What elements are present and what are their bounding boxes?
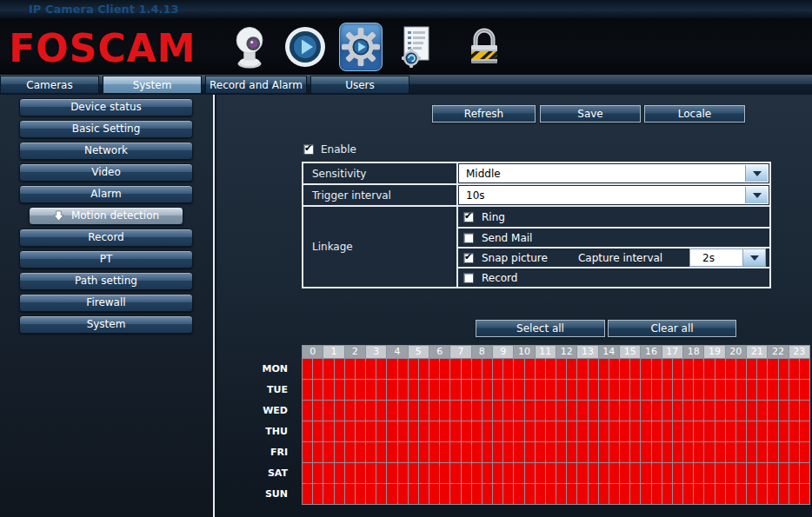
schedule-cell[interactable] xyxy=(313,359,323,379)
schedule-cell[interactable] xyxy=(726,359,735,379)
schedule-cell[interactable] xyxy=(620,359,629,379)
hour-header-22[interactable]: 22 xyxy=(768,346,788,358)
schedule-cell[interactable] xyxy=(514,359,523,379)
schedule-cell[interactable] xyxy=(450,463,460,483)
schedule-cell[interactable] xyxy=(472,359,482,379)
schedule-cell[interactable] xyxy=(704,401,714,421)
hour-header-11[interactable]: 11 xyxy=(536,346,556,358)
schedule-cell[interactable] xyxy=(536,463,545,483)
schedule-cell[interactable] xyxy=(620,380,629,400)
schedule-cell[interactable] xyxy=(303,359,312,379)
schedule-cell[interactable] xyxy=(800,463,809,483)
hour-header-20[interactable]: 20 xyxy=(726,346,746,358)
schedule-cell[interactable] xyxy=(356,380,365,400)
schedule-cell[interactable] xyxy=(662,359,672,379)
hour-header-17[interactable]: 17 xyxy=(662,346,682,358)
schedule-cell[interactable] xyxy=(366,380,376,400)
schedule-cell[interactable] xyxy=(641,484,650,504)
schedule-cell[interactable] xyxy=(472,484,482,504)
schedule-cell[interactable] xyxy=(462,401,471,421)
schedule-cell[interactable] xyxy=(589,421,598,441)
sidebar-item-firewall[interactable]: Firewall xyxy=(19,294,193,312)
schedule-cell[interactable] xyxy=(747,401,756,421)
schedule-cell[interactable] xyxy=(356,421,365,441)
schedule-cell[interactable] xyxy=(440,442,449,462)
schedule-cell[interactable] xyxy=(567,442,576,462)
schedule-cell[interactable] xyxy=(376,484,386,504)
schedule-cell[interactable] xyxy=(419,463,429,483)
schedule-cell[interactable] xyxy=(567,463,576,483)
schedule-cell[interactable] xyxy=(450,421,460,441)
schedule-cell[interactable] xyxy=(789,442,799,462)
schedule-cell[interactable] xyxy=(335,421,344,441)
schedule-cell[interactable] xyxy=(387,484,396,504)
schedule-cell[interactable] xyxy=(694,484,703,504)
schedule-cell[interactable] xyxy=(757,463,767,483)
schedule-cell[interactable] xyxy=(662,442,672,462)
schedule-cell[interactable] xyxy=(599,484,609,504)
schedule-cell[interactable] xyxy=(652,484,662,504)
schedule-cell[interactable] xyxy=(652,442,662,462)
schedule-cell[interactable] xyxy=(335,359,344,379)
schedule-cell[interactable] xyxy=(567,380,576,400)
schedule-cell[interactable] xyxy=(800,359,809,379)
schedule-cell[interactable] xyxy=(376,359,386,379)
schedule-cell[interactable] xyxy=(536,359,545,379)
schedule-cell[interactable] xyxy=(419,442,429,462)
schedule-cell[interactable] xyxy=(747,484,756,504)
schedule-cell[interactable] xyxy=(715,359,725,379)
schedule-cell[interactable] xyxy=(398,401,408,421)
schedule-cell[interactable] xyxy=(335,401,344,421)
schedule-cell[interactable] xyxy=(641,401,650,421)
schedule-cell[interactable] xyxy=(683,380,693,400)
schedule-cell[interactable] xyxy=(747,380,756,400)
schedule-cell[interactable] xyxy=(556,380,566,400)
schedule-cell[interactable] xyxy=(483,442,492,462)
hour-header-2[interactable]: 2 xyxy=(345,346,365,358)
schedule-cell[interactable] xyxy=(630,442,640,462)
schedule-cell[interactable] xyxy=(704,463,714,483)
schedule-cell[interactable] xyxy=(419,484,429,504)
hour-header-8[interactable]: 8 xyxy=(472,346,492,358)
hour-header-3[interactable]: 3 xyxy=(366,346,386,358)
schedule-cell[interactable] xyxy=(483,401,492,421)
schedule-cell[interactable] xyxy=(503,421,513,441)
schedule-cell[interactable] xyxy=(641,359,650,379)
schedule-cell[interactable] xyxy=(440,484,449,504)
schedule-cell[interactable] xyxy=(335,442,344,462)
schedule-cell[interactable] xyxy=(409,442,418,462)
schedule-cell[interactable] xyxy=(429,463,439,483)
sidebar-item-basic-setting[interactable]: Basic Setting xyxy=(19,120,193,138)
schedule-cell[interactable] xyxy=(356,442,365,462)
schedule-cell[interactable] xyxy=(345,442,355,462)
sidebar-item-video[interactable]: Video xyxy=(19,163,193,182)
schedule-cell[interactable] xyxy=(800,401,809,421)
schedule-cell[interactable] xyxy=(387,401,396,421)
schedule-cell[interactable] xyxy=(599,359,609,379)
schedule-cell[interactable] xyxy=(715,421,725,441)
schedule-cell[interactable] xyxy=(323,359,333,379)
schedule-cell[interactable] xyxy=(514,442,523,462)
schedule-cell[interactable] xyxy=(409,421,418,441)
schedule-cell[interactable] xyxy=(462,442,471,462)
schedule-cell[interactable] xyxy=(609,463,619,483)
schedule-cell[interactable] xyxy=(620,484,629,504)
schedule-cell[interactable] xyxy=(536,401,545,421)
schedule-cell[interactable] xyxy=(525,484,535,504)
schedule-cell[interactable] xyxy=(503,401,513,421)
schedule-cell[interactable] xyxy=(514,463,523,483)
sidebar-item-record[interactable]: Record xyxy=(19,229,193,247)
schedule-cell[interactable] xyxy=(493,421,503,441)
hour-header-4[interactable]: 4 xyxy=(387,346,407,358)
schedule-cell[interactable] xyxy=(599,401,609,421)
schedule-cell[interactable] xyxy=(493,442,503,462)
schedule-cell[interactable] xyxy=(662,463,672,483)
schedule-cell[interactable] xyxy=(387,442,396,462)
schedule-cell[interactable] xyxy=(356,463,365,483)
schedule-cell[interactable] xyxy=(589,401,598,421)
schedule-cell[interactable] xyxy=(694,401,703,421)
schedule-cell[interactable] xyxy=(599,442,609,462)
schedule-cell[interactable] xyxy=(789,380,799,400)
schedule-cell[interactable] xyxy=(525,380,535,400)
schedule-cell[interactable] xyxy=(503,484,513,504)
